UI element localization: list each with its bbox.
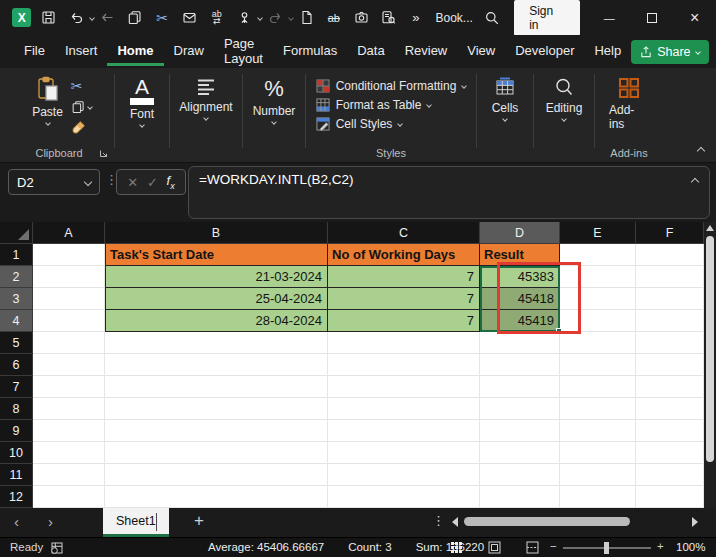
cell-A10[interactable] <box>33 442 105 464</box>
cell-E6[interactable] <box>560 354 636 376</box>
search-icon[interactable] <box>481 6 504 30</box>
hscroll-left-icon[interactable] <box>452 517 458 527</box>
cell-D2[interactable]: 45383 <box>480 266 560 288</box>
page-layout-view-icon[interactable] <box>488 541 501 554</box>
row-header-9[interactable]: 9 <box>0 420 33 442</box>
zoom-slider-thumb[interactable] <box>604 542 609 554</box>
cell-F10[interactable] <box>636 442 704 464</box>
row-header-11[interactable]: 11 <box>0 464 33 486</box>
cell-E2[interactable] <box>560 266 636 288</box>
format-as-table-button[interactable]: Format as Table <box>316 98 467 112</box>
tab-data[interactable]: Data <box>347 37 394 66</box>
close-button[interactable]: × <box>673 0 716 35</box>
row-header-8[interactable]: 8 <box>0 398 33 420</box>
cell-D3[interactable]: 45418 <box>480 288 560 310</box>
cancel-formula-icon[interactable]: ✕ <box>127 175 138 190</box>
maximize-button[interactable] <box>631 0 674 35</box>
column-header-C[interactable]: C <box>328 222 480 244</box>
cell-B2[interactable]: 21-03-2024 <box>105 266 328 288</box>
cell-A2[interactable] <box>33 266 105 288</box>
cell-F9[interactable] <box>636 420 704 442</box>
save-icon[interactable] <box>37 6 60 30</box>
cell-A8[interactable] <box>33 398 105 420</box>
new-file-icon[interactable] <box>295 6 318 30</box>
cell-B11[interactable] <box>105 464 328 486</box>
cell-E8[interactable] <box>560 398 636 420</box>
column-header-A[interactable]: A <box>33 222 105 244</box>
cell-E10[interactable] <box>560 442 636 464</box>
number-button[interactable]: % Number <box>247 74 302 126</box>
scroll-up-icon[interactable] <box>706 225 714 231</box>
cell-C5[interactable] <box>328 332 480 354</box>
zoom-level[interactable]: 100% <box>676 541 705 553</box>
copy-icon[interactable] <box>123 6 146 30</box>
cell-D7[interactable] <box>480 376 560 398</box>
alignment-button[interactable]: Alignment <box>173 74 238 122</box>
collapse-formula-bar-icon[interactable] <box>691 178 699 186</box>
row-header-4[interactable]: 4 <box>0 310 33 332</box>
qat-overflow-icon[interactable]: » <box>404 6 427 30</box>
cells-button[interactable]: Cells <box>486 74 525 123</box>
column-header-F[interactable]: F <box>636 222 704 244</box>
tab-draw[interactable]: Draw <box>164 37 214 66</box>
share-button[interactable]: Share <box>631 40 708 64</box>
row-header-6[interactable]: 6 <box>0 354 33 376</box>
select-all-corner[interactable] <box>0 222 33 244</box>
cell-A6[interactable] <box>33 354 105 376</box>
cell-B10[interactable] <box>105 442 328 464</box>
cell-B7[interactable] <box>105 376 328 398</box>
normal-view-icon[interactable] <box>450 541 463 554</box>
touch-mode-dropdown-icon[interactable] <box>257 15 263 21</box>
cell-A11[interactable] <box>33 464 105 486</box>
cell-D1[interactable]: Result <box>480 244 560 266</box>
cell-A3[interactable] <box>33 288 105 310</box>
cell-C9[interactable] <box>328 420 480 442</box>
cell-D5[interactable] <box>480 332 560 354</box>
cell-D4[interactable]: 45419 <box>480 310 560 332</box>
camera-icon[interactable] <box>350 6 373 30</box>
cell-E7[interactable] <box>560 376 636 398</box>
minimize-button[interactable]: — <box>588 0 631 35</box>
sheet-tab-sheet1[interactable]: Sheet1 <box>103 508 169 537</box>
clipboard-dialog-launcher-icon[interactable] <box>99 149 108 158</box>
cell-F5[interactable] <box>636 332 704 354</box>
zoom-in-icon[interactable]: + <box>657 540 664 552</box>
thesaurus-icon[interactable] <box>377 6 400 30</box>
horizontal-scroll-thumb[interactable] <box>464 517 630 526</box>
cell-styles-button[interactable]: Cell Styles <box>316 117 467 131</box>
vertical-scroll-thumb[interactable] <box>706 236 714 462</box>
tab-home[interactable]: Home <box>107 37 163 66</box>
cell-B4[interactable]: 28-04-2024 <box>105 310 328 332</box>
column-header-B[interactable]: B <box>105 222 328 244</box>
row-header-12[interactable]: 12 <box>0 486 33 508</box>
tab-file[interactable]: File <box>14 37 55 66</box>
translate-icon[interactable]: ab⇄ <box>205 6 228 30</box>
cell-C10[interactable] <box>328 442 480 464</box>
sign-in-button[interactable]: Sign in <box>514 0 580 36</box>
macro-record-icon[interactable] <box>50 541 64 555</box>
cell-A12[interactable] <box>33 486 105 508</box>
cell-F6[interactable] <box>636 354 704 376</box>
cell-D12[interactable] <box>480 486 560 508</box>
tab-developer[interactable]: Developer <box>505 37 584 66</box>
cell-B5[interactable] <box>105 332 328 354</box>
row-header-3[interactable]: 3 <box>0 288 33 310</box>
paste-button[interactable]: Paste <box>26 74 69 127</box>
strikethrough-icon[interactable]: ab <box>322 6 345 30</box>
cell-C11[interactable] <box>328 464 480 486</box>
cell-E4[interactable] <box>560 310 636 332</box>
cell-C8[interactable] <box>328 398 480 420</box>
touch-mode-icon[interactable] <box>232 6 255 30</box>
email-icon[interactable] <box>178 6 201 30</box>
tab-view[interactable]: View <box>457 37 505 66</box>
cell-A9[interactable] <box>33 420 105 442</box>
cell-E11[interactable] <box>560 464 636 486</box>
addins-button[interactable]: Add-ins <box>603 74 655 133</box>
cell-A1[interactable] <box>33 244 105 266</box>
cell-F7[interactable] <box>636 376 704 398</box>
cell-E12[interactable] <box>560 486 636 508</box>
tab-review[interactable]: Review <box>395 37 458 66</box>
vertical-scrollbar[interactable] <box>704 222 716 508</box>
cell-F1[interactable] <box>636 244 704 266</box>
enter-formula-icon[interactable]: ✓ <box>147 175 158 190</box>
